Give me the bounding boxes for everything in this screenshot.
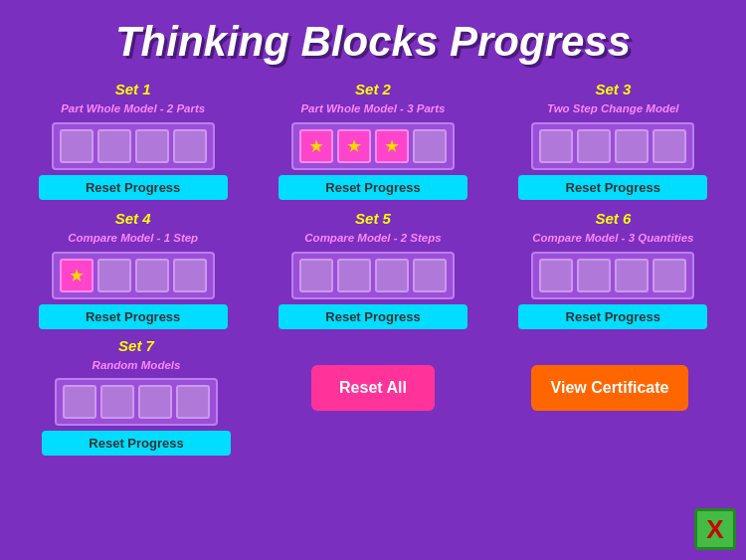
set2-sq3: ★: [375, 129, 409, 163]
bottom-row: Set 7 Random Models Reset Progress Reset…: [0, 337, 746, 457]
set3-sq4: [653, 129, 686, 163]
set4-sq1: ★: [60, 259, 93, 292]
set3-sq1: [539, 129, 573, 163]
set4-sq4: [173, 259, 207, 292]
set6-sq2: [577, 259, 611, 292]
set1-sq4: [173, 129, 207, 163]
set4-reset-button[interactable]: Reset Progress: [39, 304, 228, 329]
set4-sq2: [97, 259, 131, 292]
set1-sq3: [135, 129, 169, 163]
view-certificate-button[interactable]: View Certificate: [531, 365, 689, 411]
set6-sq1: [539, 259, 573, 292]
close-icon: X: [706, 516, 723, 542]
set5-squares: [291, 252, 455, 299]
set2-squares: ★ ★ ★: [291, 122, 455, 170]
set4-subtitle: Compare Model - 1 Step: [68, 232, 198, 246]
set5-sq4: [413, 259, 447, 292]
set5-title: Set 5: [355, 210, 391, 228]
set2-sq2: ★: [337, 129, 371, 163]
set6-squares: [531, 252, 694, 299]
page-title: Thinking Blocks Progress: [0, 0, 746, 76]
set2-sq1: ★: [299, 129, 333, 163]
set3-title: Set 3: [595, 81, 631, 98]
set1-reset-button[interactable]: Reset Progress: [39, 175, 228, 200]
set-block-2: Set 2 Part Whole Model - 3 Parts ★ ★ ★ R…: [258, 81, 487, 200]
set3-sq2: [577, 129, 611, 163]
set4-sq3: [135, 259, 169, 292]
set6-sq3: [615, 259, 649, 292]
set4-title: Set 4: [115, 210, 151, 228]
set3-squares: [531, 122, 694, 170]
star-icon: ★: [69, 267, 85, 284]
set5-sq2: [337, 259, 371, 292]
set1-squares: [52, 122, 215, 170]
set7-subtitle: Random Models: [93, 359, 181, 373]
set7-reset-button[interactable]: Reset Progress: [42, 431, 231, 456]
set5-sq1: [299, 259, 333, 292]
set2-title: Set 2: [355, 81, 391, 98]
sets-grid: Set 1 Part Whole Model - 2 Parts Reset P…: [0, 81, 746, 329]
set7-title: Set 7: [118, 337, 154, 355]
set5-subtitle: Compare Model - 2 Steps: [304, 232, 441, 246]
set7-sq2: [100, 385, 134, 419]
set5-sq3: [375, 259, 409, 292]
set4-squares: ★: [52, 252, 215, 299]
set2-subtitle: Part Whole Model - 3 Parts: [300, 102, 445, 116]
set3-sq3: [615, 129, 649, 163]
set1-subtitle: Part Whole Model - 2 Parts: [61, 102, 205, 116]
view-certificate-container: View Certificate: [491, 337, 728, 411]
set-block-3: Set 3 Two Step Change Model Reset Progre…: [498, 81, 728, 200]
reset-all-container: Reset All: [255, 337, 491, 411]
star-icon: ★: [346, 137, 362, 155]
set-block-5: Set 5 Compare Model - 2 Steps Reset Prog…: [258, 210, 487, 329]
star-icon: ★: [308, 137, 324, 155]
set3-subtitle: Two Step Change Model: [547, 102, 678, 116]
set7-sq1: [63, 385, 96, 419]
close-button[interactable]: X: [694, 508, 736, 550]
set6-title: Set 6: [595, 210, 631, 228]
set-block-6: Set 6 Compare Model - 3 Quantities Reset…: [498, 210, 728, 329]
set1-sq1: [60, 129, 93, 163]
set-block-4: Set 4 Compare Model - 1 Step ★ Reset Pro…: [18, 210, 248, 329]
set6-reset-button[interactable]: Reset Progress: [518, 304, 707, 329]
set1-title: Set 1: [115, 81, 151, 98]
set-block-1: Set 1 Part Whole Model - 2 Parts Reset P…: [18, 81, 248, 200]
set6-subtitle: Compare Model - 3 Quantities: [532, 232, 693, 246]
set5-reset-button[interactable]: Reset Progress: [279, 304, 467, 329]
set7-squares: [55, 378, 218, 426]
set2-sq4: [413, 129, 447, 163]
set7-sq4: [176, 385, 210, 419]
reset-all-button[interactable]: Reset All: [311, 365, 435, 411]
set1-sq2: [97, 129, 131, 163]
star-icon: ★: [384, 137, 400, 155]
set6-sq4: [653, 259, 686, 292]
set3-reset-button[interactable]: Reset Progress: [518, 175, 707, 200]
set2-reset-button[interactable]: Reset Progress: [279, 175, 467, 200]
set-block-7: Set 7 Random Models Reset Progress: [18, 337, 255, 457]
set7-sq3: [138, 385, 172, 419]
